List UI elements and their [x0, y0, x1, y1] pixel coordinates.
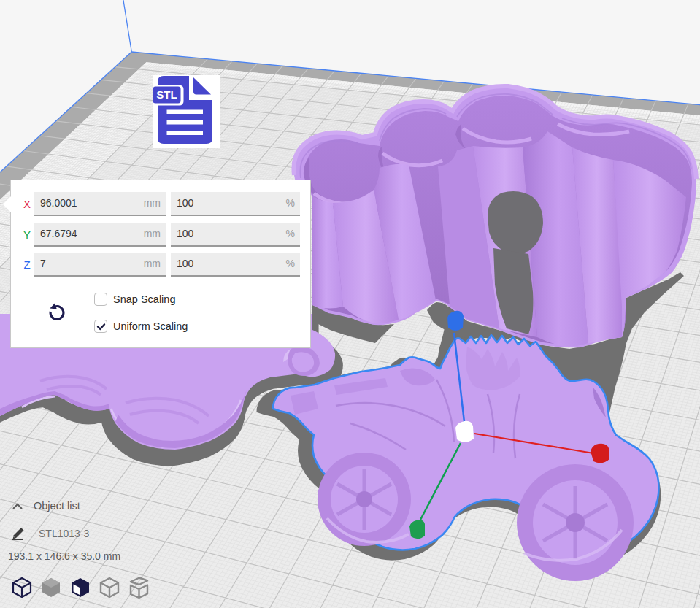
svg-text:STL: STL	[156, 88, 177, 101]
